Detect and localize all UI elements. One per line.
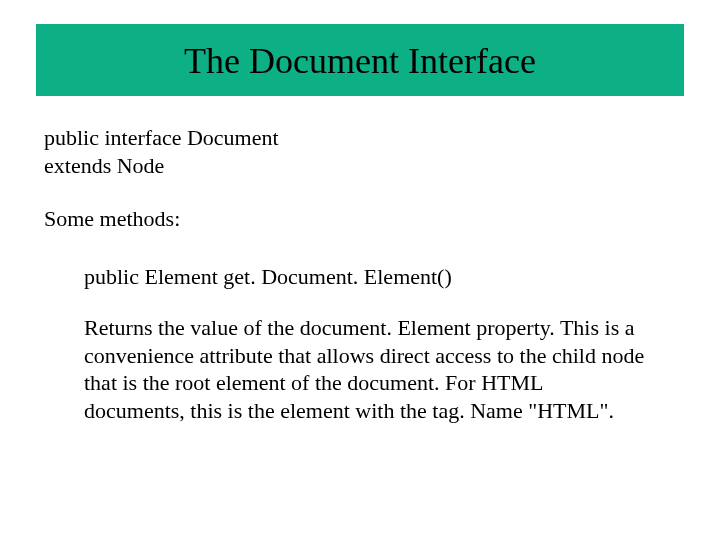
slide-body: public interface Document extends Node S… [0,96,720,424]
method-description: Returns the value of the document. Eleme… [44,314,676,424]
interface-declaration: public interface Document extends Node [44,124,676,179]
declaration-line-1: public interface Document [44,124,676,152]
declaration-line-2: extends Node [44,152,676,180]
title-banner: The Document Interface [36,24,684,96]
method-signature: public Element get. Document. Element() [44,263,676,291]
some-methods-label: Some methods: [44,205,676,233]
slide-title: The Document Interface [184,41,536,81]
